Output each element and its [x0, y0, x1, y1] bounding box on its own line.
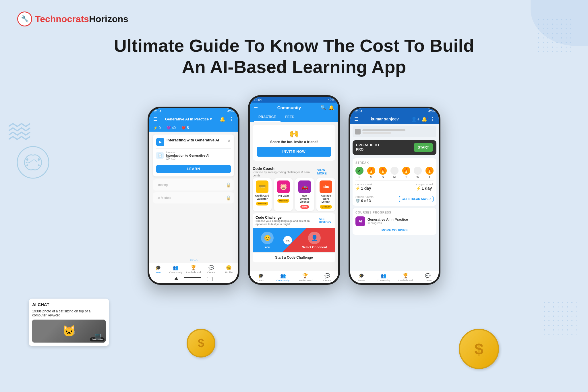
status-bar-1: 12:04 42% [149, 108, 238, 114]
phone-1-screen: 12:04 42% ☰ Generative AI in Practice ▾ … [149, 108, 238, 283]
p2-topbar-title: Community [277, 105, 301, 110]
longest-streak-value: ⚡1 day [416, 186, 434, 191]
lesson-info: Lesson Introduction to Generative AI XP … [166, 151, 231, 160]
course-card: ▶ Interacting with Generative AI ∧ 📄 Les… [153, 134, 234, 176]
stat-xp: ❤️5 [181, 126, 189, 130]
stat-score: ⚡0 [153, 126, 161, 130]
bell-icon-2[interactable]: 🔔 [328, 105, 334, 110]
challenge-drivers-license[interactable]: 🚗 New Driver's License Hard [295, 178, 314, 211]
start-upgrade-btn[interactable]: START [414, 143, 433, 152]
status-time: 12:04 [153, 109, 161, 113]
more-icon-3[interactable]: ⋮ [430, 116, 435, 122]
trophy-icon-3: 🏆 [403, 273, 409, 278]
nav-leaderboard[interactable]: 🏆 Leaderboard [185, 265, 202, 274]
nav-create-2[interactable]: 💬 Create [316, 273, 338, 282]
challenge-pig-latin[interactable]: 🐷 Pig Latin Medium [274, 178, 293, 211]
invite-card: 🙌 Share the fun. Invite a friend! INVITE… [253, 125, 335, 161]
course-ai-badge: AI [355, 216, 365, 226]
nav-community[interactable]: 👥 Community [167, 265, 185, 274]
bell-icon-3[interactable]: 🔔1 [421, 116, 428, 122]
nav-community-2[interactable]: 👥 Community [272, 273, 294, 282]
challenges-row: 💳 Credit Card Validator Medium 🐷 Pig Lat… [250, 178, 338, 213]
menu-icon-3[interactable]: ☰ [354, 116, 358, 122]
get-streak-saver-btn[interactable]: GET STREAK SAVER [399, 196, 434, 202]
add-friend-icon[interactable]: 👤+ [411, 116, 419, 122]
more-courses-link[interactable]: MORE COURSES [355, 226, 434, 232]
deco-dots-br [542, 300, 577, 335]
drivers-license-icon: 🚗 [298, 180, 311, 193]
lesson-icon: 📄 [156, 152, 164, 159]
more-icon[interactable]: ⋮ [229, 116, 234, 122]
deco-dots-tr [536, 17, 571, 52]
nav-create[interactable]: 💬 Create [202, 265, 220, 274]
menu-icon[interactable]: ☰ [153, 116, 157, 122]
bell-icon[interactable]: 🔔1 [220, 116, 227, 122]
stat-hearts: 💜40 [167, 126, 176, 130]
p1-stats: ⚡0 💜40 ❤️5 [149, 124, 238, 132]
nav-create-3[interactable]: 💬 Create [417, 273, 439, 282]
streak-circle-t2: 🔥 [425, 167, 434, 175]
logo-text-red: Technocrats [35, 14, 89, 24]
nav-learn-3[interactable]: 🎓 Learn [350, 273, 372, 282]
lesson-row: 📄 Lesson Introduction to Generative AI X… [156, 148, 231, 163]
challenge-credit-card[interactable]: 💳 Credit Card Validator Medium [253, 178, 272, 211]
dropdown-icon[interactable]: ▾ [210, 117, 212, 121]
play-btn[interactable]: ▶ [156, 138, 164, 146]
code-challenge-title: Code Challenge [256, 216, 319, 220]
p2-topbar: ☰ Community 🔍 🔔 [250, 103, 338, 113]
learn-btn[interactable]: LEARN [156, 165, 231, 173]
nav-profile[interactable]: 😊 Profile [220, 265, 238, 274]
see-history-link[interactable]: SEE HISTORY [319, 218, 332, 224]
create-icon-3: 💬 [425, 273, 431, 278]
nav-learn[interactable]: 🎓 Learn [149, 265, 167, 274]
code-coach-header: Code Coach Practice by solving coding ch… [250, 164, 338, 178]
courses-label: COURSES PROGRESS [355, 211, 434, 214]
invite-now-btn[interactable]: INVITE NOW [257, 147, 331, 157]
word-length-icon: abc [320, 180, 332, 193]
phone-nav-2: 🎓 Learn 👥 Community 🏆 Leaderboard 💬 Crea… [250, 271, 338, 283]
logo-icon: 🔧 [17, 11, 32, 26]
invite-text: Share the fun. Invite a friend! [257, 140, 331, 144]
p1-topbar-title: Generative AI in Practice ▾ [165, 117, 212, 121]
streak-circle-f: ✓ [355, 167, 363, 175]
back-btn[interactable] [175, 277, 178, 280]
status-bar-3: 12:04 42% [350, 108, 439, 114]
streak-circle-m [390, 167, 399, 175]
collapse-icon[interactable]: ∧ [227, 138, 231, 143]
player-you-name: You [261, 245, 274, 249]
menu-icon-2[interactable]: ☰ [254, 105, 258, 110]
nav-learn-2[interactable]: 🎓 Learn [250, 273, 272, 282]
code-challenge-subtitle: Choose your coding language and select a… [256, 220, 319, 226]
trophy-icon-2: 🏆 [302, 273, 308, 278]
vs-badge: vs. [283, 236, 292, 245]
streak-circle-s2: 🔥 [379, 167, 387, 175]
course-progress-status: In progress [368, 222, 434, 225]
home-btn[interactable] [184, 277, 201, 278]
recents-btn[interactable] [207, 277, 212, 281]
title-line2: An AI-Based Learning App [40, 56, 548, 78]
tab-feed[interactable]: FEED [281, 113, 299, 122]
coin-center: $ [187, 329, 215, 358]
streak-saver-row: Streak Savers 🛡️ 0 of 3 GET STREAK SAVER [355, 193, 434, 203]
versus-card: 😊 You vs. 👤 Select Opponent [253, 228, 335, 252]
nav-leaderboard-3[interactable]: 🏆 Leaderboard [394, 273, 417, 282]
phone-2-screen: 12:04 42% ☰ Community 🔍 🔔 PRACTICE FEED [250, 97, 338, 283]
logo-wrap: 🔧 TechnocratsHorizons [17, 11, 128, 26]
nav-leaderboard-2[interactable]: 🏆 Leaderboard [294, 273, 316, 282]
streak-day-s2: 🔥 S [379, 167, 387, 179]
learn-icon-3: 🎓 [359, 273, 364, 278]
view-more-link[interactable]: VIEW MORE [317, 168, 335, 175]
learn-icon: 🎓 [155, 265, 161, 270]
challenge-word-length[interactable]: abc Average Word Length Medium [316, 178, 335, 211]
search-icon[interactable]: 🔍 [320, 105, 326, 110]
tab-practice[interactable]: PRACTICE [254, 113, 281, 122]
coin-center-icon: $ [187, 329, 215, 358]
logo-text: TechnocratsHorizons [35, 14, 128, 24]
profile-icon: 😊 [226, 265, 232, 270]
start-challenge-btn[interactable]: Start a Code Challenge [253, 252, 335, 262]
see-more-btn[interactable]: See more [90, 337, 105, 341]
nav-community-3[interactable]: 👥 Community [372, 273, 394, 282]
course-progress-info: Generative AI in Practice In progress [368, 218, 434, 225]
player-you-avatar: 😊 [261, 232, 274, 244]
upgrade-text: UPGRADE TO PRO [356, 143, 379, 152]
